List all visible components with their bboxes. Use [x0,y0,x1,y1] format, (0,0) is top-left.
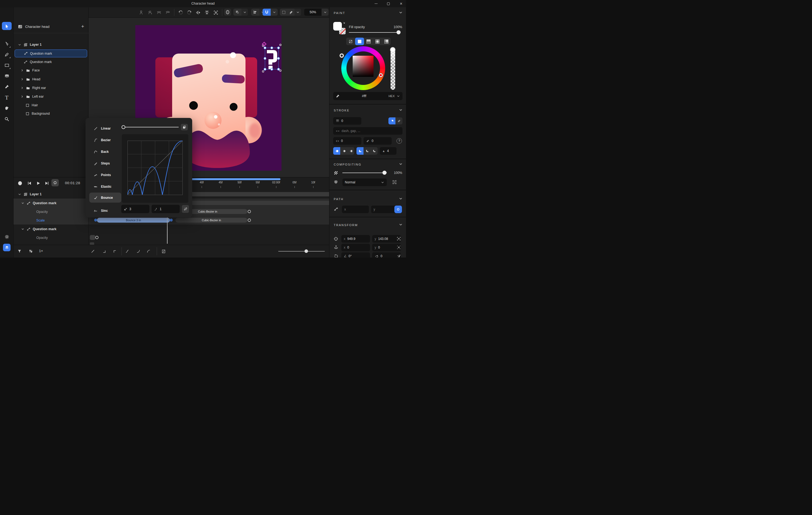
track-row-opacity[interactable]: Opacity [13,208,88,216]
path-x-field[interactable]: x [342,206,369,213]
playback-rate[interactable]: 1× [39,249,43,253]
easing-item-elastic[interactable]: Elastic [89,183,121,191]
add-scene-button[interactable]: + [81,24,84,29]
path-y-field[interactable]: y [371,206,398,213]
timeline-zoom-knob[interactable] [304,249,308,253]
track-row-layer1[interactable]: Layer 1 [13,190,88,198]
zoom-control[interactable]: 50% [304,9,328,16]
layer-row-hair[interactable]: Hair [13,101,88,109]
motion-trail-button[interactable] [28,248,34,254]
rectangle-tool[interactable] [3,62,10,68]
track-row-opacity-2[interactable]: Opacity [13,234,88,242]
layer-row-question-mark[interactable]: Question mark [13,58,88,66]
dash-pattern-field[interactable]: dash, gap, ... [333,127,403,135]
hex-field[interactable]: #fff HEX [333,92,403,100]
ease-out-button[interactable] [145,248,152,254]
copy-easing-button[interactable] [181,124,188,130]
alpha-slider[interactable] [390,48,395,90]
transform-collapse-icon[interactable] [399,222,403,227]
ease-linear-button[interactable] [90,248,96,254]
anchor-smooth-tool[interactable] [147,9,153,16]
fill-opacity-knob[interactable] [397,30,401,34]
mask-mode-button[interactable] [224,9,231,16]
scene-tab[interactable]: Character head + [13,21,88,32]
cap-square-button[interactable] [347,147,354,155]
ease-hold-start-button[interactable] [112,248,118,254]
rotation-field[interactable]: ∠ 0° [341,252,370,258]
path-header[interactable]: PATH [334,198,344,201]
amplitude-field[interactable]: 1 [151,205,180,213]
swap-fill-stroke-icon[interactable] [342,21,346,25]
easing-item-sinc[interactable]: Sinc [89,207,121,215]
taper-field[interactable]: 0 [364,137,392,145]
easing-item-points[interactable]: Points [89,171,121,179]
rotate-ccw-button[interactable] [177,9,184,16]
playhead[interactable] [167,216,168,244]
select-measure-button[interactable] [280,9,301,16]
join-miter-button[interactable] [356,147,364,155]
stroke-align-outside-button[interactable] [396,117,403,124]
auto-orient-button[interactable] [397,254,401,258]
easing-item-bezier[interactable]: Bezier [89,136,121,144]
text-tool[interactable]: T [3,94,10,101]
easing-item-linear[interactable]: Linear [89,124,121,132]
stroke-collapse-icon[interactable] [399,108,403,112]
join-round-button[interactable] [364,147,371,155]
clip-cubic-bezier-scale[interactable]: Cubic-Bezier in [175,218,248,222]
easing-graph[interactable] [127,141,183,195]
timecode[interactable]: 00:01:28 [65,181,80,185]
minimize-button[interactable] [372,0,380,7]
hue-wheel[interactable] [341,46,385,90]
compositing-collapse-icon[interactable] [399,162,403,166]
stroke-header[interactable]: STROKE [334,109,349,112]
saturation-square[interactable] [353,56,374,77]
easing-item-back[interactable]: Back [89,148,121,156]
layer-opacity-knob[interactable] [382,171,386,175]
flip-horizontal-button[interactable] [195,9,201,16]
fill-swatch[interactable] [333,22,342,31]
stroke-align-inside-button[interactable] [388,117,396,124]
ease-in-button[interactable] [135,248,142,254]
ease-hold-end-button[interactable] [101,248,108,254]
layer-row-question-mark-selected[interactable]: Question mark [14,50,87,57]
swap-ease-direction-button[interactable] [182,205,189,213]
snapping-button[interactable] [263,9,278,16]
track-row-scale[interactable]: Scale [13,216,88,224]
cap-round-button[interactable] [340,147,347,155]
keyframe-scale-end[interactable] [247,218,252,222]
paint-collapse-icon[interactable] [399,10,403,14]
stroke-help-button[interactable]: ? [397,138,402,144]
record-button[interactable] [17,180,23,186]
settings-button[interactable] [3,234,10,240]
saturation-knob[interactable] [340,54,344,58]
hand-tool[interactable] [3,105,10,112]
position-x-field[interactable]: x 949.9 [341,235,370,243]
path-point-button[interactable] [394,206,402,213]
hex-mode-dropdown-icon[interactable] [397,94,400,98]
timeline-zoom-slider[interactable] [278,251,325,251]
keyframe-opacity-end[interactable] [247,209,252,214]
easing-item-steps[interactable]: Steps [89,159,121,168]
fill-stroke-swatches[interactable] [333,22,347,36]
anchor-corner-tool[interactable] [138,9,144,16]
anchor-disconnected-tool[interactable] [164,9,171,16]
easing-mix-slider[interactable] [125,127,179,127]
keyframe-opacity2-end[interactable] [95,235,99,240]
flip-vertical-button[interactable] [204,9,210,16]
cap-butt-button[interactable] [333,147,340,155]
paint-radial-gradient-button[interactable] [373,38,382,45]
loop-button[interactable] [52,179,59,186]
rotate-cw-button[interactable] [186,9,193,16]
alpha-knob[interactable] [390,47,396,53]
eyedropper-tool[interactable] [3,84,10,90]
gradient-tool[interactable] [3,72,10,79]
paint-angular-gradient-button[interactable] [382,38,390,45]
layers-panel-button[interactable] [3,244,10,251]
track-row-question-mark[interactable]: Question mark [13,199,88,207]
matte-button[interactable] [392,180,397,184]
layer-row-head[interactable]: Head [13,75,88,83]
paint-header[interactable]: PAINT [334,11,345,14]
anchor-x-field[interactable]: x 0 [341,244,370,251]
pen-tool[interactable] [3,51,10,58]
layer-row-background[interactable]: Background [13,110,88,118]
